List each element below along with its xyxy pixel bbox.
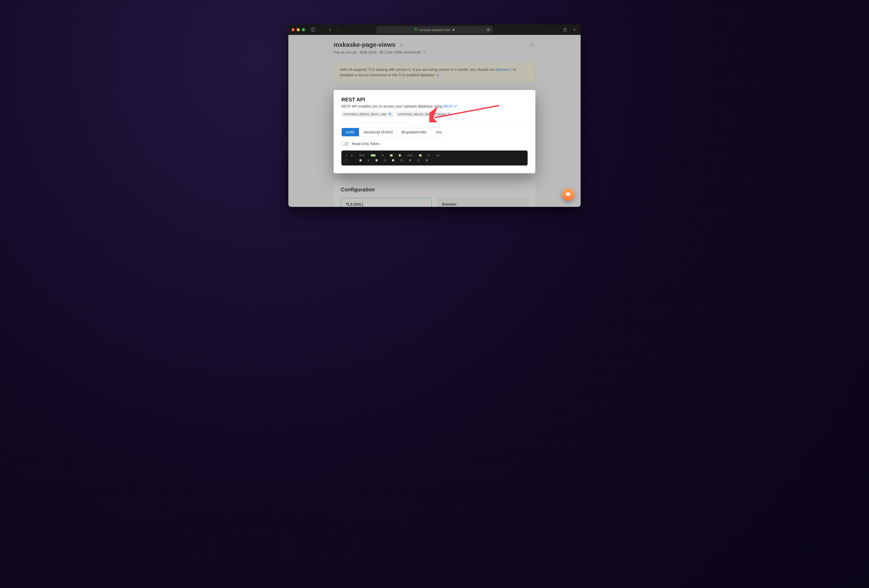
configuration-card: Configuration TLS (SSL) This option encr… [334, 181, 535, 207]
code-line-1-masked [351, 153, 440, 158]
config-eviction-title: Eviction [442, 202, 523, 206]
rest-api-desc: REST API enables you to access your Upst… [341, 104, 443, 108]
code-sample[interactable]: 1 [341, 151, 528, 166]
rest-url-label: UPSTASH_REDIS_REST_URL [344, 113, 387, 116]
site-favicon-icon [414, 28, 417, 32]
window-minimize-button[interactable] [297, 28, 300, 31]
code-lineno-1: 1 [344, 153, 347, 158]
info-icon[interactable] [423, 50, 426, 54]
tab-env[interactable]: .env [431, 128, 446, 136]
tls-info-alert: redis-cli supports TLS starting with ver… [334, 62, 535, 82]
tab-upstash-redis[interactable]: @upstash/redis [397, 128, 431, 136]
rest-url-badge[interactable]: UPSTASH_REDIS_REST_URL [341, 111, 394, 117]
external-link-icon[interactable] [436, 73, 439, 77]
database-title: mxkaske-page-views [334, 41, 396, 48]
address-bar[interactable]: console.upstash.com [376, 26, 493, 33]
svg-rect-17 [390, 114, 391, 115]
svg-point-2 [415, 28, 417, 31]
edit-title-button[interactable] [398, 41, 405, 48]
tab-javascript-fetch[interactable]: JavaScript (Fetch) [359, 128, 397, 136]
svg-point-16 [531, 44, 532, 44]
window-fullscreen-button[interactable] [302, 28, 305, 31]
stunnel-link[interactable]: Stunnel [495, 68, 512, 72]
copy-icon [447, 113, 450, 116]
external-link-icon [454, 105, 457, 108]
code-tabs: cURL JavaScript (Fetch) @upstash/redis .… [341, 128, 446, 136]
external-link-icon [509, 68, 512, 71]
svg-rect-20 [448, 113, 449, 114]
chat-fab-button[interactable] [562, 188, 574, 201]
address-more-button[interactable] [486, 27, 491, 32]
config-tls-box[interactable]: TLS (SSL) This option encrypts the data … [341, 198, 432, 207]
svg-point-13 [424, 51, 424, 51]
new-tab-button[interactable] [571, 27, 577, 33]
config-eviction-box[interactable]: Eviction Enable eviction, to evict keys … [437, 198, 528, 207]
svg-point-4 [487, 30, 488, 30]
svg-point-5 [488, 30, 489, 30]
share-button[interactable] [562, 27, 568, 33]
browser-viewport: mxkaske-page-views Pay as you go · Multi… [288, 35, 581, 207]
code-line-2-masked [351, 158, 428, 163]
window-close-button[interactable] [292, 28, 295, 31]
browser-window: console.upstash.com mx [288, 25, 581, 207]
svg-rect-19 [448, 114, 450, 115]
configuration-title: Configuration [341, 187, 528, 193]
rest-token-badge[interactable]: UPSTASH_REDIS_REST_TOKEN [396, 111, 452, 117]
page-header: mxkaske-page-views Pay as you go · Multi… [334, 41, 535, 54]
rest-token-label: UPSTASH_REDIS_REST_TOKEN [398, 113, 446, 116]
copy-icon [389, 113, 391, 116]
lock-icon [452, 28, 455, 32]
readonly-token-label: Read-Only Token [352, 142, 380, 146]
database-subtitle: Pay as you go · Multi Zone · $0.2 per 10… [334, 50, 421, 54]
nav-back-button[interactable] [327, 27, 334, 33]
code-lineno-2: 2 [344, 158, 347, 163]
alert-text-pre: redis-cli supports TLS starting with ver… [340, 68, 495, 72]
page-info-button[interactable] [528, 41, 535, 48]
rest-api-card: REST API REST API enables you to access … [334, 90, 535, 173]
window-controls [292, 28, 305, 31]
titlebar: console.upstash.com [288, 25, 581, 35]
tab-curl[interactable]: cURL [342, 128, 359, 136]
sidebar-toggle-button[interactable] [310, 27, 316, 33]
readonly-token-toggle[interactable] [341, 142, 349, 146]
rest-docs-link[interactable]: REST [443, 104, 457, 108]
address-bar-host: console.upstash.com [419, 28, 451, 32]
config-tls-title: TLS (SSL) [346, 202, 427, 206]
rest-api-title: REST API [341, 97, 528, 103]
page-content: mxkaske-page-views Pay as you go · Multi… [288, 35, 581, 207]
nav-forward-button[interactable] [334, 27, 341, 33]
chevron-down-icon[interactable] [317, 27, 323, 33]
svg-rect-18 [389, 113, 390, 114]
svg-rect-0 [311, 28, 315, 31]
svg-point-6 [489, 30, 489, 30]
